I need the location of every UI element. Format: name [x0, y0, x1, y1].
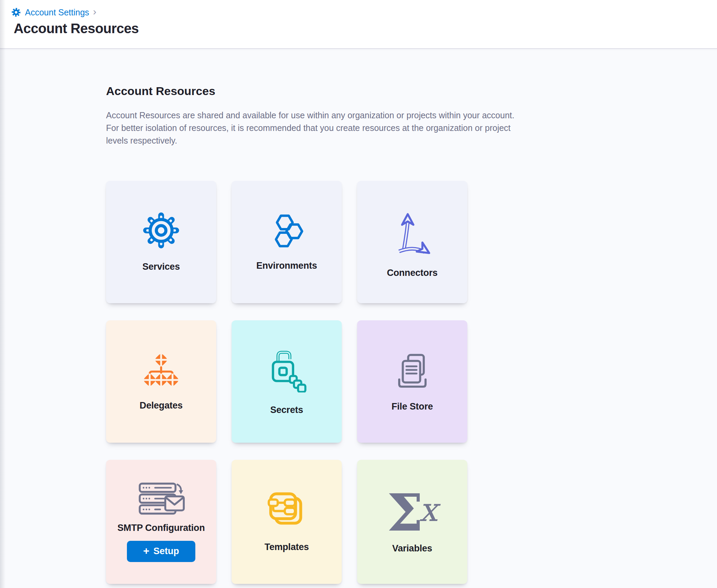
breadcrumb-account-settings-link[interactable]: Account Settings: [11, 7, 89, 17]
documents-tray-icon: [394, 351, 430, 389]
sigma-glyph: Σ: [387, 487, 423, 538]
hexagons-icon: [269, 213, 304, 248]
card-delegates[interactable]: Delegates: [106, 320, 216, 443]
card-variables[interactable]: Σ x Variables: [357, 460, 467, 584]
card-label: Services: [142, 262, 180, 272]
card-connectors[interactable]: Connectors: [357, 181, 467, 303]
card-templates[interactable]: Templates: [232, 460, 342, 584]
breadcrumb: Account Settings ›: [11, 7, 717, 18]
card-label: Delegates: [140, 400, 183, 411]
setup-button-label: Setup: [154, 546, 179, 557]
plus-icon: +: [143, 546, 149, 557]
section-description: Account Resources are shared and availab…: [106, 109, 717, 147]
setup-button[interactable]: + Setup: [127, 541, 195, 562]
section-heading: Account Resources: [106, 84, 717, 98]
card-environments[interactable]: Environments: [232, 181, 342, 303]
chevron-right-icon: ›: [93, 6, 96, 18]
hierarchy-icon: [142, 352, 180, 388]
description-line: For better isolation of resources, it is…: [106, 122, 717, 134]
gear-outline-icon: [142, 212, 180, 249]
gear-icon: [11, 7, 21, 17]
description-line: levels respectively.: [106, 134, 717, 147]
page-title: Account Resources: [14, 21, 717, 36]
card-label: Variables: [392, 543, 432, 554]
resource-card-grid: Services Environments: [106, 181, 717, 584]
card-file-store[interactable]: File Store: [357, 320, 467, 443]
breadcrumb-label: Account Settings: [25, 8, 89, 17]
card-label: Secrets: [270, 405, 303, 415]
sigma-x-icon: Σ x: [387, 490, 438, 535]
branching-arrows-icon: [393, 205, 431, 255]
card-secrets[interactable]: Secrets: [232, 320, 342, 443]
main-content: Account Resources Account Resources are …: [0, 49, 717, 584]
page-header: Account Settings › Account Resources: [0, 0, 717, 49]
x-glyph: x: [419, 493, 438, 526]
description-line: Account Resources are shared and availab…: [106, 109, 717, 122]
card-label: Connectors: [387, 268, 438, 278]
card-label: SMTP Configuration: [117, 523, 205, 533]
lock-icon: [266, 348, 307, 392]
card-smtp-configuration[interactable]: SMTP Configuration + Setup: [106, 460, 216, 584]
card-label: Templates: [264, 542, 309, 552]
card-label: Environments: [256, 260, 317, 271]
stacked-flowchart-icon: [268, 491, 306, 530]
mail-server-icon: [137, 482, 185, 515]
card-services[interactable]: Services: [106, 181, 216, 303]
card-label: File Store: [391, 401, 433, 412]
